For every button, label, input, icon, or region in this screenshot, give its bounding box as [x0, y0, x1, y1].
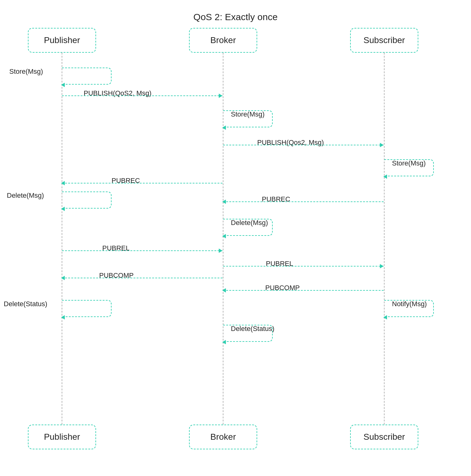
broker-bottom-box: Broker: [189, 425, 257, 449]
delete-msg-2-arrowhead: [222, 234, 226, 238]
pubcomp-1-line: [62, 278, 222, 278]
publish-qos2-2-label: PUBLISH(Qos2, Msg): [257, 139, 324, 147]
broker-bottom-label: Broker: [210, 432, 236, 442]
publish-qos2-2-line: [223, 145, 384, 145]
pubrec-2-arrow: [222, 200, 226, 204]
pubrec-1-arrow: [61, 181, 65, 185]
pubrec-2-label: PUBREC: [262, 195, 290, 203]
delete-msg-2-loop: [223, 219, 273, 236]
pubrel-1-label: PUBREL: [102, 244, 130, 252]
delete-status-1-loop: [62, 300, 112, 317]
delete-msg-1-loop: [62, 192, 112, 209]
delete-msg-1-label: Delete(Msg): [7, 192, 44, 200]
store-msg-1-loop: [62, 68, 112, 85]
store-msg-2-arrowhead: [222, 126, 226, 130]
pubrel-2-arrow: [380, 264, 384, 268]
pubcomp-1-label: PUBCOMP: [99, 271, 134, 280]
notify-msg-arrowhead: [383, 315, 387, 320]
publisher-bottom-box: Publisher: [28, 425, 96, 449]
pubrel-1-arrow: [219, 249, 222, 253]
publisher-lifeline: [62, 53, 62, 425]
pubrel-1-line: [62, 250, 222, 251]
notify-msg-loop: [384, 300, 434, 317]
broker-lifeline: [223, 53, 223, 425]
broker-top-box: Broker: [189, 28, 257, 53]
pubrec-2-line: [223, 201, 384, 202]
subscriber-top-label: Subscriber: [363, 35, 405, 45]
publisher-bottom-label: Publisher: [44, 432, 80, 442]
subscriber-bottom-label: Subscriber: [363, 432, 405, 442]
publisher-top-box: Publisher: [28, 28, 96, 53]
pubcomp-2-label: PUBCOMP: [265, 284, 300, 292]
pubcomp-2-arrow: [222, 288, 226, 293]
store-msg-3-loop: [384, 159, 434, 176]
subscriber-top-box: Subscriber: [350, 28, 418, 53]
pubrec-1-label: PUBREC: [112, 177, 140, 185]
store-msg-3-arrowhead: [383, 174, 387, 179]
delete-msg-1-arrowhead: [61, 207, 65, 211]
delete-status-1-label: Delete(Status): [4, 300, 47, 308]
subscriber-bottom-box: Subscriber: [350, 425, 418, 449]
publisher-top-label: Publisher: [44, 35, 80, 45]
broker-top-label: Broker: [210, 35, 236, 45]
delete-status-2-arrowhead: [222, 340, 226, 344]
store-msg-1-arrowhead: [61, 83, 65, 87]
store-msg-2-loop: [223, 110, 273, 127]
pubrec-1-line: [62, 183, 222, 183]
publish-qos2-arrow: [219, 94, 222, 98]
publish-qos2-label: PUBLISH(QoS2, Msg): [84, 89, 152, 97]
pubcomp-2-line: [223, 290, 384, 291]
delete-status-1-arrowhead: [61, 315, 65, 320]
subscriber-lifeline: [384, 53, 385, 425]
delete-status-2-loop: [223, 325, 273, 342]
store-msg-1-label: Store(Msg): [9, 68, 43, 76]
diagram-container: QoS 2: Exactly once Publisher Broker Sub…: [0, 0, 471, 476]
pubcomp-1-arrow: [61, 276, 65, 280]
diagram-title: QoS 2: Exactly once: [193, 12, 278, 22]
pubrel-2-label: PUBREL: [266, 260, 293, 268]
publish-qos2-2-arrow: [380, 143, 384, 147]
pubrel-2-line: [223, 266, 384, 267]
publish-qos2-line: [62, 95, 222, 96]
